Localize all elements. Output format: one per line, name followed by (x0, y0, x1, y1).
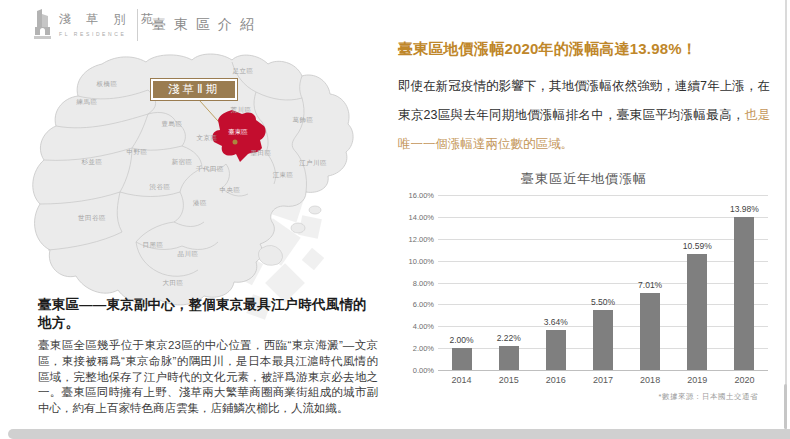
tokyo-ward-map: 板橋區練馬區足立區葛飾區荒川區豊島區文京區新宿區中野區杉並區千代田區渋谷區中央區… (10, 52, 380, 312)
taito-ward-label: 臺東區 (228, 128, 248, 137)
brand-logo: 淺 草 別 苑 FL RESIDENCE (33, 8, 159, 40)
chart-bar (640, 293, 660, 370)
chart-bar-value: 10.59% (667, 241, 727, 251)
chart-ytick-label: 10.00% (398, 256, 434, 265)
district-label: 豊島區 (162, 120, 183, 129)
chart-title: 臺東區近年地價漲幅 (398, 170, 770, 188)
district-label: 目黑區 (143, 241, 164, 250)
chart-xtick-label: 2018 (627, 375, 674, 385)
chart-xtick-label: 2019 (674, 375, 721, 385)
chart-bar-value: 3.64% (526, 317, 586, 327)
district-label: 墨田區 (251, 149, 272, 158)
district-label: 杉並區 (82, 158, 103, 167)
right-body: 即使在新冠疫情的影響下，其地價漲幅依然強勁，連續7年上漲，在東京23區與去年同期… (398, 72, 770, 159)
district-label: 中野區 (127, 148, 148, 157)
chart-gridline (438, 239, 768, 240)
district-label: 荒川區 (231, 106, 252, 115)
chart-ytick-label: 4.00% (398, 322, 434, 331)
chart-bar (593, 310, 613, 370)
chart-bar (734, 217, 754, 370)
vertical-scrollbar-thumb[interactable] (784, 384, 787, 429)
chart-gridline (438, 195, 768, 196)
district-label: 文京區 (197, 134, 218, 143)
brand-title: 淺 草 別 苑 (59, 11, 159, 28)
chart-bar (499, 346, 519, 370)
project-label-box: 淺草Ⅱ期 (150, 78, 238, 101)
chart-bar-value: 7.01% (620, 280, 680, 290)
district-label: 大田區 (163, 279, 184, 288)
chart-footnote: *數據來源：日本國土交通省 (659, 392, 758, 402)
vertical-scrollbar-track[interactable] (785, 0, 787, 429)
district-label: 港區 (193, 199, 207, 208)
chart-bar (452, 348, 472, 370)
chart-bar-value: 2.22% (479, 333, 539, 343)
district-label: 江户川區 (299, 159, 327, 168)
district-label: 中央區 (220, 186, 241, 195)
chart-gridline (438, 217, 768, 218)
header-divider (137, 9, 138, 41)
left-article-heading: 臺東區——東京副中心，整個東京最具江户時代風情的地方。 (38, 296, 378, 332)
page-title: 臺東區介紹 (152, 16, 262, 34)
chart-ytick-label: 12.00% (398, 234, 434, 243)
slide-page: 淺 草 別 苑 FL RESIDENCE 臺東區介紹 (0, 0, 790, 439)
chart-bar (546, 330, 566, 370)
chart-xtick-label: 2014 (438, 375, 485, 385)
project-location-dot (233, 140, 238, 145)
chart-ytick-label: 6.00% (398, 300, 434, 309)
district-label: 足立區 (233, 67, 254, 76)
land-price-chart: 臺東區近年地價漲幅 16.00%14.00%12.00%10.00%8.00%6… (398, 168, 770, 413)
chart-ytick-label: 2.00% (398, 344, 434, 353)
brand-subtitle: FL RESIDENCE (59, 31, 159, 37)
horizontal-scrollbar[interactable] (8, 429, 790, 439)
building-logo-icon (33, 8, 52, 40)
brand-text: 淺 草 別 苑 FL RESIDENCE (59, 11, 159, 37)
chart-ytick-label: 8.00% (398, 278, 434, 287)
left-article: 臺東區——東京副中心，整個東京最具江户時代風情的地方。 臺東區全區幾乎位于東京2… (38, 296, 378, 417)
left-article-body: 臺東區全區幾乎位于東京23區的中心位置，西臨“東京海澱”—文京區，東接被稱爲“東… (38, 338, 378, 417)
right-body-normal: 即使在新冠疫情的影響下，其地價漲幅依然強勁，連續7年上漲，在東京23區與去年同期… (398, 79, 770, 122)
district-label: 板橋區 (97, 80, 118, 89)
chart-bar-value: 5.50% (573, 297, 633, 307)
chart-xtick-label: 2020 (721, 375, 768, 385)
district-label: 渋谷區 (150, 183, 171, 192)
district-label: 練馬區 (77, 98, 98, 107)
right-column: 臺東區地價漲幅2020年的漲幅高達13.98%！ 即使在新冠疫情的影響下，其地價… (398, 40, 770, 159)
chart-bar (687, 254, 707, 370)
chart-ytick-label: 0.00% (398, 366, 434, 375)
district-label: 葛飾區 (293, 116, 314, 125)
right-heading: 臺東區地價漲幅2020年的漲幅高達13.98%！ (398, 40, 770, 59)
chart-xtick-label: 2015 (485, 375, 532, 385)
chart-ytick-label: 16.00% (398, 191, 434, 200)
chart-xtick-label: 2016 (532, 375, 579, 385)
district-label: 新宿區 (172, 158, 193, 167)
chart-ytick-label: 14.00% (398, 212, 434, 221)
chart-gridline (438, 283, 768, 284)
district-label: 世田谷區 (78, 214, 106, 223)
chart-gridline (438, 370, 768, 371)
chart-bar-value: 13.98% (714, 204, 774, 214)
district-label: 江東區 (273, 171, 294, 180)
chart-gridline (438, 261, 768, 262)
chart-xtick-label: 2017 (579, 375, 626, 385)
district-label: 千代田區 (196, 165, 224, 174)
district-label: 品川區 (178, 250, 199, 259)
project-label: 淺草Ⅱ期 (153, 81, 235, 98)
